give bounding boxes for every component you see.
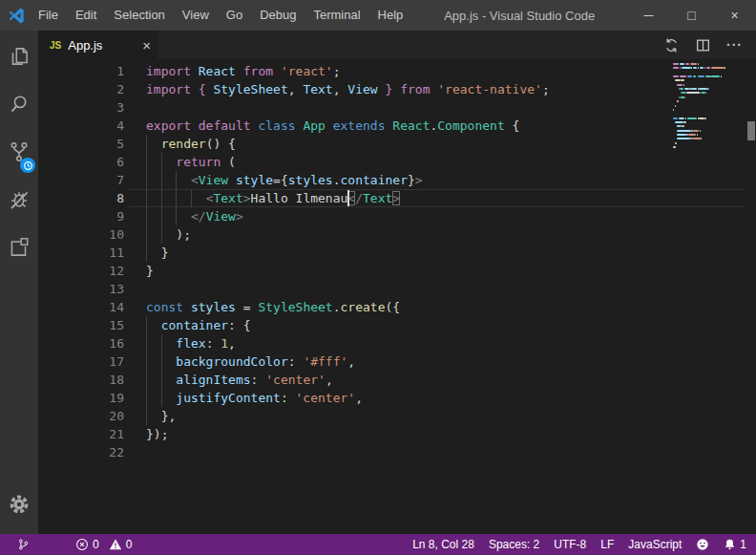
status-notifications[interactable]: 1: [724, 538, 746, 551]
open-changes-button[interactable]: [663, 37, 680, 53]
indent-guide: [191, 189, 192, 207]
menu-terminal[interactable]: Terminal: [304, 0, 368, 31]
line-number[interactable]: 2: [38, 80, 124, 98]
line-number[interactable]: 3: [38, 98, 124, 117]
indent-guide: [161, 171, 162, 189]
line-number[interactable]: 22: [38, 443, 124, 461]
line-number[interactable]: 11: [38, 244, 124, 262]
line-number[interactable]: 13: [38, 280, 124, 298]
menu-edit[interactable]: Edit: [67, 0, 105, 31]
status-cursor-position[interactable]: Ln 8, Col 28: [412, 538, 474, 551]
status-warnings[interactable]: 0: [109, 538, 133, 551]
line-number[interactable]: 8: [38, 189, 124, 207]
line-number[interactable]: 12: [38, 262, 124, 280]
maximize-button[interactable]: □: [670, 0, 713, 31]
code-line[interactable]: 16 flex: 1,: [38, 334, 756, 352]
code-line[interactable]: 13: [38, 280, 756, 298]
code-line[interactable]: 2import { StyleSheet, Text, View } from …: [38, 80, 756, 98]
code-line[interactable]: 21});: [38, 425, 756, 443]
activity-source-control[interactable]: [0, 130, 38, 178]
status-eol[interactable]: LF: [600, 538, 614, 551]
line-number[interactable]: 10: [38, 225, 124, 244]
code-line[interactable]: 1import React from 'react';: [38, 62, 756, 80]
status-git-branch[interactable]: [17, 538, 30, 551]
javascript-file-icon: JS: [50, 40, 61, 51]
code-line[interactable]: 18 alignItems: 'center',: [38, 371, 756, 389]
code-line[interactable]: 9 </View>: [38, 207, 756, 225]
activity-search[interactable]: [0, 82, 38, 130]
line-number[interactable]: 7: [38, 171, 124, 189]
status-encoding[interactable]: UTF-8: [554, 538, 586, 551]
menu-selection[interactable]: Selection: [105, 0, 173, 31]
line-number[interactable]: 9: [38, 207, 124, 225]
code-line[interactable]: 12}: [38, 262, 756, 280]
code-line[interactable]: 11 }: [38, 244, 756, 262]
line-number[interactable]: 4: [38, 117, 124, 135]
minimize-button[interactable]: ─: [627, 0, 670, 31]
status-language-mode[interactable]: JavaScript: [628, 538, 682, 551]
split-editor-button[interactable]: [695, 37, 711, 53]
code-line[interactable]: 15 container: {: [38, 316, 756, 334]
activity-debug[interactable]: [0, 178, 38, 225]
activity-settings[interactable]: [0, 482, 38, 530]
smiley-icon: [696, 538, 709, 551]
code-line[interactable]: 10 );: [38, 225, 756, 244]
line-number[interactable]: 19: [38, 389, 124, 407]
code-line[interactable]: 17 backgroundColor: '#fff',: [38, 352, 756, 371]
vscode-logo-icon: [8, 7, 26, 25]
menu-file[interactable]: File: [30, 0, 67, 31]
line-number[interactable]: 21: [38, 425, 124, 443]
menu-help[interactable]: Help: [369, 0, 412, 31]
activity-explorer[interactable]: [0, 34, 38, 82]
line-number[interactable]: 6: [38, 153, 124, 171]
title-bar: FileEditSelectionViewGoDebugTerminalHelp…: [0, 0, 756, 31]
indent-guide: [146, 371, 147, 389]
line-number[interactable]: 5: [38, 135, 124, 153]
line-number[interactable]: 15: [38, 316, 124, 334]
code-line[interactable]: 19 justifyContent: 'center',: [38, 389, 756, 407]
scroll-marker[interactable]: [747, 121, 755, 140]
more-actions-icon: ···: [726, 40, 743, 50]
tab-label: App.js: [68, 38, 102, 53]
status-indentation[interactable]: Spaces: 2: [489, 538, 539, 551]
close-button[interactable]: ×: [713, 0, 756, 31]
activity-extensions[interactable]: [0, 225, 38, 273]
code-line[interactable]: 8 <Text>Hallo Ilmenau</Text>: [38, 189, 756, 207]
overview-ruler[interactable]: [746, 59, 756, 534]
menu-debug[interactable]: Debug: [251, 0, 304, 31]
extensions-icon: [7, 235, 32, 264]
code-line[interactable]: 4export default class App extends React.…: [38, 117, 756, 135]
line-number[interactable]: 16: [38, 334, 124, 352]
line-number[interactable]: 20: [38, 407, 124, 425]
menu-view[interactable]: View: [174, 0, 218, 31]
code-line[interactable]: 7 <View style={styles.container}>: [38, 171, 756, 189]
indent-guide: [146, 135, 147, 153]
line-number[interactable]: 17: [38, 352, 124, 371]
line-number[interactable]: 18: [38, 371, 124, 389]
more-actions-button[interactable]: ···: [726, 40, 743, 50]
status-errors[interactable]: 0: [75, 538, 99, 551]
tab-appjs[interactable]: JS App.js ×: [38, 31, 158, 59]
vscode-window: FileEditSelectionViewGoDebugTerminalHelp…: [0, 0, 756, 555]
branch-icon: [17, 538, 30, 551]
code-editor[interactable]: 1import React from 'react';2import { Sty…: [38, 59, 756, 534]
indent-guide: [161, 207, 162, 225]
status-feedback[interactable]: [696, 538, 709, 551]
code-line[interactable]: 3: [38, 98, 756, 117]
tab-close-icon[interactable]: ×: [142, 38, 151, 53]
menu-go[interactable]: Go: [218, 0, 251, 31]
code-line[interactable]: 5 render() {: [38, 135, 756, 153]
code-line[interactable]: 14const styles = StyleSheet.create({: [38, 298, 756, 316]
line-number[interactable]: 14: [38, 298, 124, 316]
code-line[interactable]: 20 },: [38, 407, 756, 425]
line-number[interactable]: 1: [38, 62, 124, 80]
indent-guide: [176, 189, 177, 207]
code-line[interactable]: 22: [38, 443, 756, 461]
minimap[interactable]: [669, 61, 728, 166]
indent-guide: [146, 225, 147, 244]
status-cursor-position-text: Ln 8, Col 28: [412, 538, 474, 551]
code-text: }: [38, 262, 756, 280]
indent-guide: [161, 153, 162, 171]
code-line[interactable]: 6 return (: [38, 153, 756, 171]
status-encoding-text: UTF-8: [554, 538, 586, 551]
